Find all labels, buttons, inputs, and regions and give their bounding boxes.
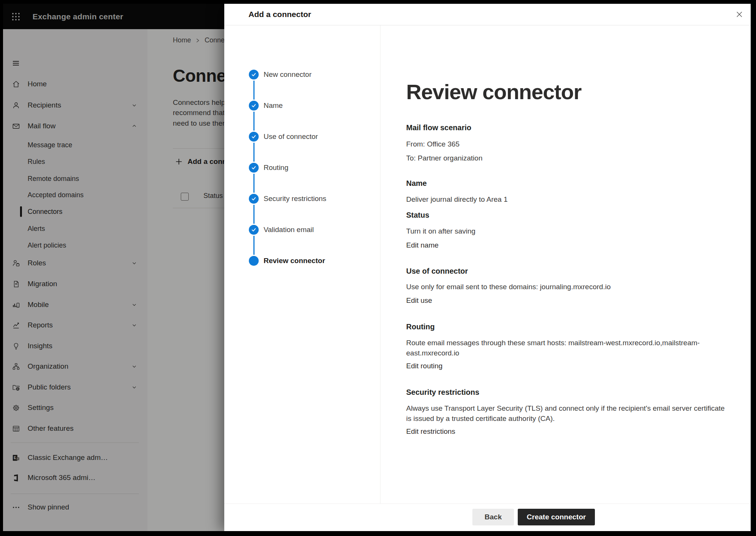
review-title: Review connector [406,80,581,104]
security-restrictions-heading: Security restrictions [406,387,479,397]
edit-name-link[interactable]: Edit name [406,240,439,250]
step-complete-icon [249,101,259,111]
use-of-connector-value: Use only for email sent to these domains… [406,282,611,292]
create-connector-button[interactable]: Create connector [518,509,595,525]
step-complete-icon [249,163,259,173]
step-complete-icon [249,194,259,204]
step-label: New connector [264,70,312,79]
app-window: Exchange admin center Home Recipients [3,4,751,531]
step-security-restrictions[interactable]: Security restrictions [224,183,380,214]
mail-flow-from: From: Office 365 [406,139,459,149]
step-complete-icon [249,225,259,235]
step-label: Review connector [264,257,325,265]
step-label: Name [264,101,283,110]
step-validation-email[interactable]: Validation email [224,214,380,245]
step-routing[interactable]: Routing [224,152,380,183]
dialog-body: New connector Name Use of connector [224,25,751,503]
routing-heading: Routing [406,321,435,332]
edit-use-link[interactable]: Edit use [406,295,432,305]
step-use-of-connector[interactable]: Use of connector [224,121,380,152]
name-value: Deliver journal directly to Area 1 [406,194,508,204]
step-label: Security restrictions [264,195,326,203]
dialog-title: Add a connector [248,10,311,19]
step-label: Use of connector [264,132,318,141]
step-name[interactable]: Name [224,90,380,121]
step-complete-icon [249,70,259,79]
mail-flow-to: To: Partner organization [406,153,483,163]
edit-restrictions-link[interactable]: Edit restrictions [406,426,455,436]
review-panel: Review connector Mail flow scenario From… [381,25,751,503]
security-restrictions-value: Always use Transport Layer Security (TLS… [406,403,731,424]
wizard-steps-panel: New connector Name Use of connector [224,25,380,503]
step-label: Validation email [264,226,314,234]
mail-flow-scenario-heading: Mail flow scenario [406,122,471,133]
add-connector-dialog: Add a connector New connector [224,4,751,531]
close-icon [735,10,744,19]
back-button[interactable]: Back [472,509,514,525]
status-heading: Status [406,210,429,220]
dialog-header: Add a connector [224,4,751,25]
status-value: Turn it on after saving [406,226,475,236]
dialog-footer: Back Create connector [224,503,751,531]
step-label: Routing [264,164,289,172]
step-complete-icon [249,132,259,142]
close-button[interactable] [733,8,745,20]
step-review-connector[interactable]: Review connector [224,245,380,276]
step-new-connector[interactable]: New connector [224,59,380,90]
screen: Exchange admin center Home Recipients [0,0,756,536]
use-of-connector-heading: Use of connector [406,266,468,276]
name-heading: Name [406,178,427,189]
routing-value: Route email messages through these smart… [406,338,731,358]
step-current-icon [249,256,259,266]
edit-routing-link[interactable]: Edit routing [406,361,442,371]
wizard-steps: New connector Name Use of connector [224,25,380,276]
